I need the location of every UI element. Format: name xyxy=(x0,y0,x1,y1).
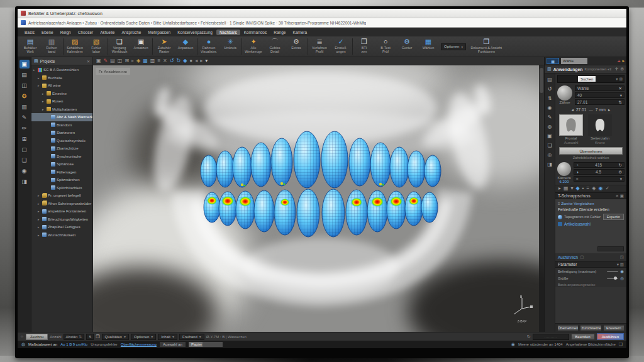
panel-icon[interactable]: ▣ xyxy=(547,133,552,139)
doc-icon[interactable]: ❏ xyxy=(619,342,623,347)
toolbar-button-17[interactable]: ⚙Center xyxy=(396,36,418,57)
stepper-right-icon[interactable]: ▸ xyxy=(608,107,610,112)
library-item-selected[interactable]: Frontal Auswahl xyxy=(558,114,584,145)
toolbar-button-2[interactable]: ▨Schäfchen Kalendern xyxy=(64,36,86,57)
breadcrumb[interactable]: Antriebsanlagenfach Anlagen › Zubau · Or… xyxy=(28,21,366,25)
camera-row3[interactable]: ≡▾ xyxy=(574,176,625,182)
viewport-tool-icon-12[interactable]: ↻ xyxy=(176,58,180,63)
menu-item-6[interactable]: Mehrpassen xyxy=(145,30,174,35)
count-value[interactable]: 5 xyxy=(86,334,94,340)
viewport-tool-icon-14[interactable]: ● xyxy=(189,58,192,63)
mini-tool-icon-3[interactable]: ◆ xyxy=(576,186,580,191)
menu-item-5[interactable]: Ansprüche xyxy=(118,30,144,35)
section-icons[interactable]: ✕ ▣ xyxy=(616,194,624,199)
viewport-tool-icon-4[interactable]: ⊞ xyxy=(125,58,129,63)
tree-item-20[interactable]: ▸Zhapübel Fertigpes xyxy=(31,223,92,231)
tree-expander-icon[interactable]: ▸ xyxy=(38,194,41,197)
tree-collapse-icon[interactable]: ✕ xyxy=(87,59,90,63)
bottom-dropdown-0[interactable]: Qualitäten▾ xyxy=(102,334,129,340)
status-text-3[interactable]: Oberflächenmessung xyxy=(121,343,157,346)
viewport-tool-icon-8[interactable]: ▥ xyxy=(150,58,155,63)
end-button[interactable]: Beenden xyxy=(571,334,595,340)
tab-active[interactable]: ▦ xyxy=(547,58,559,64)
more-link[interactable]: Ausführlich xyxy=(558,255,578,260)
toolbar-options-dropdown[interactable]: Optionen▾ xyxy=(441,43,466,50)
viewport-tool-icon-2[interactable]: ▤ xyxy=(110,58,115,63)
image-icon[interactable]: ◨ xyxy=(19,177,30,186)
panel-search[interactable]: Suchen ▾ ⊞ xyxy=(557,75,625,83)
distance-input[interactable]: Abstän⇅ xyxy=(64,334,85,340)
tree-item-9[interactable]: Quietschsymbole xyxy=(31,137,92,145)
toolbar-button-18[interactable]: ▦Wählen xyxy=(418,36,439,57)
reset-footer-button[interactable]: ‹ Zurücksetzen xyxy=(580,325,601,331)
menu-item-9[interactable]: Kommandos xyxy=(241,30,270,35)
params-section-header[interactable]: Parameter ▾ ▥ xyxy=(555,261,626,268)
viewport-tool-icon-1[interactable]: ✎ xyxy=(104,58,108,63)
gear-icon[interactable]: ⚙ xyxy=(620,67,624,72)
close-icon[interactable]: ✕ xyxy=(619,86,622,91)
bottom-dropdown-2[interactable]: Inhalt▾ xyxy=(158,334,177,340)
tree-expander-icon[interactable]: ▸ xyxy=(38,209,41,213)
apply-footer-button[interactable]: Übernehmen xyxy=(557,325,579,331)
tree-expander-icon[interactable]: ▸ xyxy=(42,99,45,103)
copy-icon[interactable]: ▤ xyxy=(19,70,30,79)
tree-item-2[interactable]: ▸All wine xyxy=(31,82,92,90)
menu-item-3[interactable]: Chooser xyxy=(75,30,97,35)
paste-icon[interactable]: ❐ xyxy=(96,334,99,339)
viewport-scrollbar[interactable] xyxy=(539,65,544,332)
grid-icon[interactable]: ⊞ xyxy=(619,77,623,82)
menu-item-0[interactable]: Basis xyxy=(21,30,38,35)
run-button[interactable]: Ausführen xyxy=(597,333,624,340)
mini-tool-icon-7[interactable]: ◉ xyxy=(598,186,602,191)
menu-item-7[interactable]: Konservenpassung xyxy=(174,30,216,35)
toolbar-button-9[interactable]: ✳Umkreis xyxy=(219,36,241,57)
viewport-tool-icon-0[interactable]: ▣ xyxy=(96,58,101,63)
tree-item-5[interactable]: ▸Multiphalanten xyxy=(31,106,92,114)
snapshot-section-header[interactable]: T-Schnappschuss ✕ ▣ xyxy=(555,192,626,199)
sphere-icon[interactable]: ◍ xyxy=(548,124,552,129)
toolbar-button-16[interactable]: ○B-Test Prüf xyxy=(375,36,396,57)
viewport-tool-icon-11[interactable]: ↺ xyxy=(170,58,174,63)
viewport-tool-icon-13[interactable]: ◆ xyxy=(183,58,187,63)
viewport-tool-icon-6[interactable]: ◈ xyxy=(136,58,140,63)
tree-expander-icon[interactable]: ▸ xyxy=(42,92,45,96)
tree-item-10[interactable]: Zbartschütze xyxy=(31,145,92,153)
view-name-tag[interactable]: Fr. Ansichten nm xyxy=(96,68,130,75)
tree-expander-icon[interactable]: ▸ xyxy=(38,217,41,221)
param1-slider[interactable] xyxy=(607,271,618,272)
tree-expander-icon[interactable]: ▸ xyxy=(33,68,36,72)
tree-expander-icon[interactable]: ▸ xyxy=(38,202,41,206)
toolbar-button-6[interactable]: ➤Zubehör Raster xyxy=(153,36,175,57)
value-stepper[interactable]: 27.01 ⇅ xyxy=(575,99,625,105)
tree-item-7[interactable]: Brandom xyxy=(31,121,92,129)
tree-item-16[interactable]: ▸Pr. ungezei befegell xyxy=(31,192,92,200)
refresh-icon[interactable]: ↻ xyxy=(527,334,531,339)
tree-expander-icon[interactable]: ▸ xyxy=(42,107,45,111)
tree-expander-icon[interactable]: ▸ xyxy=(38,76,41,80)
param1-toggle-icon[interactable]: ◉ xyxy=(620,269,624,274)
sort-icon[interactable]: ⇅ xyxy=(548,96,552,101)
mini-tool-icon-4[interactable]: ▪ xyxy=(582,186,584,191)
mini-tool-icon-0[interactable]: ▸ xyxy=(558,186,561,191)
menu-item-1[interactable]: Ebene xyxy=(38,30,57,35)
pen-icon[interactable]: ✏ xyxy=(19,124,30,133)
camera-row2[interactable]: ◑ 4.5 ⚙ xyxy=(574,169,625,175)
gear-icon[interactable]: ⚙ xyxy=(618,170,622,175)
mini-tool-icon-2[interactable]: ▾ xyxy=(571,186,574,191)
mini-tool-icon-8[interactable]: ✓ xyxy=(605,186,609,191)
toolbar-button-5[interactable]: ▣Ansatzen xyxy=(130,36,152,57)
viewport-tool-icon-10[interactable]: ✕ xyxy=(163,58,167,63)
bottom-dropdown-1[interactable]: Optionen▾ xyxy=(131,334,156,340)
menu-item-10[interactable]: Range xyxy=(270,30,289,35)
menu-item-4[interactable]: Aktuelle xyxy=(97,30,118,35)
tree-item-18[interactable]: ▸arspektive Fontanieren xyxy=(31,207,92,216)
lens-icon[interactable]: ◎ xyxy=(548,152,552,158)
toolbar-button-1[interactable]: ▥Reihen band xyxy=(41,36,62,57)
params-icons[interactable]: ▾ ▥ xyxy=(617,262,624,267)
toolbar-button-8[interactable]: ●Rahmen Visualisier. xyxy=(198,36,219,57)
library-item-alt[interactable]: Seitenzahn Krone xyxy=(587,114,613,145)
tree-item-17[interactable]: ▸Afron Scheinsprossbrüder xyxy=(31,200,92,208)
layers-icon[interactable]: ❏ xyxy=(19,156,30,165)
grid-handle-icon[interactable]: ⁘ xyxy=(20,334,24,339)
tree-item-11[interactable]: Synchronische xyxy=(31,153,92,161)
